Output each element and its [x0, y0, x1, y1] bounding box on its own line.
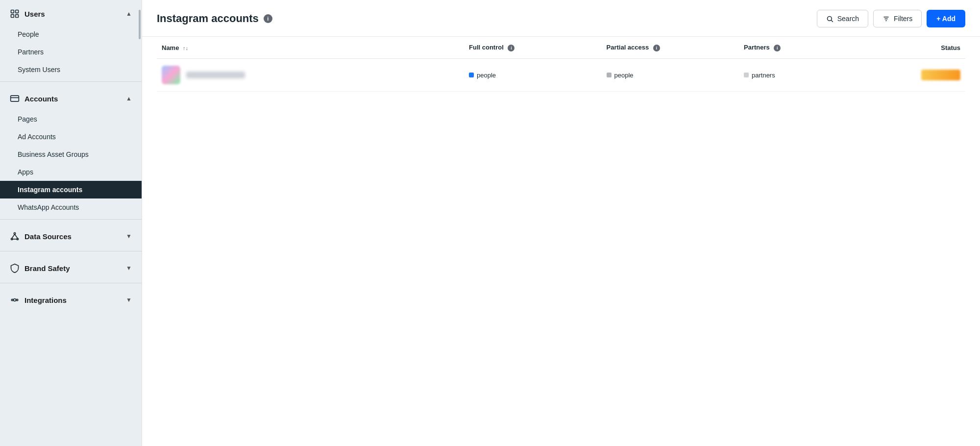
- accounts-icon: [10, 94, 20, 103]
- svg-point-13: [11, 299, 13, 300]
- partial-access-info-icon[interactable]: i: [653, 45, 660, 51]
- partners-dot: [744, 73, 749, 77]
- cell-full-control: people: [464, 59, 602, 92]
- main-header: Instagram accounts i Search Filters: [142, 0, 980, 37]
- sort-icon-name[interactable]: ↑↓: [183, 45, 188, 51]
- users-icon: [10, 9, 20, 19]
- sidebar-section-integrations-title: Integrations: [24, 296, 67, 304]
- sidebar-item-whatsapp-accounts[interactable]: WhatsApp Accounts: [0, 198, 142, 216]
- sidebar-section-brand-safety-header[interactable]: Brand Safety ▼: [0, 254, 142, 280]
- add-button[interactable]: + Add: [927, 10, 965, 27]
- column-header-partial-access: Partial access i: [602, 37, 739, 59]
- search-icon: [826, 15, 833, 23]
- brand-safety-icon: [10, 263, 20, 273]
- svg-point-6: [14, 233, 15, 234]
- chevron-down-icon-integrations: ▼: [126, 297, 132, 303]
- table-container: Name ↑↓ Full control i Partial access i …: [142, 37, 980, 446]
- column-header-full-control: Full control i: [464, 37, 602, 59]
- sidebar-section-data-sources: Data Sources ▼: [0, 223, 142, 248]
- account-avatar: [162, 66, 180, 84]
- integrations-icon: [10, 295, 20, 305]
- chevron-down-icon-data: ▼: [126, 233, 132, 240]
- sidebar-section-accounts-title: Accounts: [24, 95, 58, 103]
- header-actions: Search Filters + Add: [817, 10, 965, 27]
- filters-button-label: Filters: [894, 15, 912, 23]
- chevron-down-icon-brand: ▼: [126, 265, 132, 272]
- data-sources-icon: [10, 231, 20, 241]
- account-name-blurred: [186, 72, 245, 78]
- cell-status: [877, 59, 966, 92]
- sidebar-section-users-title: Users: [24, 10, 45, 18]
- partners-info-icon[interactable]: i: [774, 45, 781, 51]
- page-title-text: Instagram accounts: [157, 12, 259, 25]
- sidebar-section-integrations: Integrations ▼: [0, 286, 142, 312]
- sidebar-section-accounts-header[interactable]: Accounts ▲: [0, 85, 142, 110]
- chevron-up-icon-accounts: ▲: [126, 95, 132, 102]
- sidebar-section-users-header[interactable]: Users ▲: [0, 0, 142, 25]
- title-info-icon[interactable]: i: [264, 14, 272, 23]
- svg-point-12: [14, 299, 16, 301]
- sidebar-section-brand-safety: Brand Safety ▼: [0, 254, 142, 280]
- divider-4: [0, 283, 142, 283]
- sidebar-accounts-items: Pages Ad Accounts Business Asset Groups …: [0, 110, 142, 216]
- chevron-up-icon: ▲: [126, 10, 132, 17]
- search-button-label: Search: [837, 15, 859, 23]
- svg-point-15: [827, 16, 832, 21]
- partial-access-tag: people: [607, 72, 634, 79]
- svg-rect-4: [11, 96, 19, 101]
- full-control-info-icon[interactable]: i: [508, 45, 514, 51]
- divider-1: [0, 81, 142, 82]
- column-header-name[interactable]: Name ↑↓: [157, 37, 464, 59]
- add-button-label: + Add: [936, 15, 956, 23]
- sidebar: Users ▲ People Partners System Users: [0, 0, 142, 446]
- column-header-status: Status: [877, 37, 966, 59]
- svg-line-16: [831, 20, 833, 22]
- instagram-accounts-table: Name ↑↓ Full control i Partial access i …: [157, 37, 965, 92]
- sidebar-section-accounts: Accounts ▲ Pages Ad Accounts Business As…: [0, 85, 142, 216]
- full-control-tag: people: [469, 72, 496, 79]
- svg-point-14: [16, 299, 18, 300]
- divider-2: [0, 219, 142, 220]
- svg-rect-1: [16, 10, 19, 13]
- search-button[interactable]: Search: [817, 10, 868, 27]
- table-row[interactable]: people people partners: [157, 59, 965, 92]
- svg-rect-3: [16, 15, 19, 18]
- main-content: Instagram accounts i Search Filters: [142, 0, 980, 446]
- column-header-partners: Partners i: [739, 37, 877, 59]
- sidebar-item-ad-accounts[interactable]: Ad Accounts: [0, 128, 142, 146]
- sidebar-section-brand-safety-title: Brand Safety: [24, 264, 70, 273]
- sidebar-item-business-asset-groups[interactable]: Business Asset Groups: [0, 146, 142, 163]
- sidebar-item-people[interactable]: People: [0, 25, 142, 43]
- sidebar-item-partners[interactable]: Partners: [0, 43, 142, 61]
- divider-3: [0, 251, 142, 251]
- filters-icon: [882, 15, 890, 23]
- filters-button[interactable]: Filters: [873, 10, 922, 27]
- sidebar-section-integrations-header[interactable]: Integrations ▼: [0, 286, 142, 312]
- svg-line-10: [15, 234, 18, 238]
- svg-rect-2: [11, 15, 14, 18]
- cell-partial-access: people: [602, 59, 739, 92]
- svg-line-9: [12, 234, 15, 238]
- cell-name: [157, 59, 464, 92]
- sidebar-users-items: People Partners System Users: [0, 25, 142, 78]
- cell-partners: partners: [739, 59, 877, 92]
- sidebar-section-users: Users ▲ People Partners System Users: [0, 0, 142, 78]
- partners-tag: partners: [744, 72, 775, 79]
- full-control-dot: [469, 73, 474, 77]
- sidebar-item-apps[interactable]: Apps: [0, 163, 142, 181]
- status-badge: [921, 70, 960, 80]
- sidebar-section-data-sources-header[interactable]: Data Sources ▼: [0, 223, 142, 248]
- sidebar-item-pages[interactable]: Pages: [0, 110, 142, 128]
- table-header-row: Name ↑↓ Full control i Partial access i …: [157, 37, 965, 59]
- page-title: Instagram accounts i: [157, 12, 272, 25]
- sidebar-section-data-sources-title: Data Sources: [24, 232, 72, 241]
- svg-rect-0: [11, 10, 14, 13]
- sidebar-item-instagram-accounts[interactable]: Instagram accounts: [0, 181, 142, 198]
- partial-access-dot: [607, 73, 612, 77]
- sidebar-item-system-users[interactable]: System Users: [0, 61, 142, 78]
